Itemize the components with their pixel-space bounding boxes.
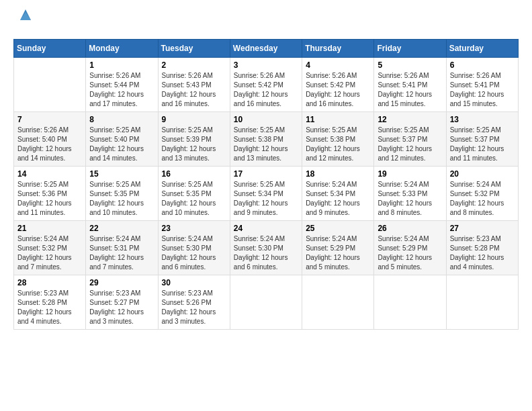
day-number: 30 [162,278,226,287]
calendar-cell [302,275,374,330]
calendar-cell: 24Sunrise: 5:24 AM Sunset: 5:30 PM Dayli… [230,221,302,275]
calendar-cell: 6Sunrise: 5:26 AM Sunset: 5:41 PM Daylig… [446,58,518,112]
day-info: Sunrise: 5:23 AM Sunset: 5:28 PM Dayligh… [450,234,515,272]
day-number: 23 [162,224,226,233]
calendar-cell: 1Sunrise: 5:26 AM Sunset: 5:44 PM Daylig… [86,58,158,112]
calendar-cell: 3Sunrise: 5:26 AM Sunset: 5:42 PM Daylig… [230,58,302,112]
day-number: 9 [162,115,226,124]
day-info: Sunrise: 5:25 AM Sunset: 5:40 PM Dayligh… [89,126,154,163]
weekday-header-wednesday: Wednesday [230,40,302,58]
day-number: 8 [89,115,154,124]
day-number: 1 [89,60,154,70]
day-info: Sunrise: 5:24 AM Sunset: 5:29 PM Dayligh… [306,234,370,272]
day-info: Sunrise: 5:26 AM Sunset: 5:43 PM Dayligh… [162,71,226,109]
day-info: Sunrise: 5:25 AM Sunset: 5:38 PM Dayligh… [306,126,370,163]
day-number: 19 [378,169,442,179]
day-info: Sunrise: 5:25 AM Sunset: 5:37 PM Dayligh… [450,126,515,163]
day-number: 13 [450,115,515,124]
calendar-week-row: 28Sunrise: 5:23 AM Sunset: 5:28 PM Dayli… [14,275,519,330]
day-number: 18 [306,169,370,179]
logo [13,13,34,28]
day-number: 16 [162,169,226,179]
day-info: Sunrise: 5:24 AM Sunset: 5:30 PM Dayligh… [234,234,298,272]
weekday-header-monday: Monday [86,40,158,58]
calendar-cell: 5Sunrise: 5:26 AM Sunset: 5:41 PM Daylig… [374,58,446,112]
day-number: 26 [378,224,442,233]
calendar-week-row: 1Sunrise: 5:26 AM Sunset: 5:44 PM Daylig… [14,58,519,112]
day-number: 29 [89,278,154,287]
day-number: 12 [378,115,442,124]
day-info: Sunrise: 5:24 AM Sunset: 5:29 PM Dayligh… [378,234,442,272]
day-info: Sunrise: 5:23 AM Sunset: 5:27 PM Dayligh… [89,289,154,326]
day-info: Sunrise: 5:25 AM Sunset: 5:36 PM Dayligh… [17,180,82,218]
calendar-week-row: 7Sunrise: 5:26 AM Sunset: 5:40 PM Daylig… [14,112,519,167]
calendar-cell: 26Sunrise: 5:24 AM Sunset: 5:29 PM Dayli… [374,221,446,275]
day-number: 17 [234,169,298,179]
calendar-week-row: 21Sunrise: 5:24 AM Sunset: 5:32 PM Dayli… [14,221,519,275]
day-info: Sunrise: 5:25 AM Sunset: 5:35 PM Dayligh… [89,180,154,218]
day-info: Sunrise: 5:24 AM Sunset: 5:33 PM Dayligh… [378,180,442,218]
day-number: 10 [234,115,298,124]
calendar-cell: 13Sunrise: 5:25 AM Sunset: 5:37 PM Dayli… [446,112,518,167]
day-info: Sunrise: 5:26 AM Sunset: 5:41 PM Dayligh… [450,71,515,109]
day-info: Sunrise: 5:26 AM Sunset: 5:41 PM Dayligh… [378,71,442,109]
day-number: 4 [306,60,370,70]
day-info: Sunrise: 5:26 AM Sunset: 5:42 PM Dayligh… [306,71,370,109]
calendar-cell: 8Sunrise: 5:25 AM Sunset: 5:40 PM Daylig… [86,112,158,167]
day-info: Sunrise: 5:25 AM Sunset: 5:35 PM Dayligh… [162,180,226,218]
day-number: 15 [89,169,154,179]
calendar-cell: 21Sunrise: 5:24 AM Sunset: 5:32 PM Dayli… [14,221,86,275]
calendar-cell: 14Sunrise: 5:25 AM Sunset: 5:36 PM Dayli… [14,167,86,221]
calendar-cell: 28Sunrise: 5:23 AM Sunset: 5:28 PM Dayli… [14,275,86,330]
calendar-cell [14,58,86,112]
calendar-cell [230,275,302,330]
day-info: Sunrise: 5:25 AM Sunset: 5:38 PM Dayligh… [234,126,298,163]
calendar-cell: 29Sunrise: 5:23 AM Sunset: 5:27 PM Dayli… [86,275,158,330]
day-number: 20 [450,169,515,179]
calendar-cell: 19Sunrise: 5:24 AM Sunset: 5:33 PM Dayli… [374,167,446,221]
calendar-cell: 15Sunrise: 5:25 AM Sunset: 5:35 PM Dayli… [86,167,158,221]
calendar-cell: 12Sunrise: 5:25 AM Sunset: 5:37 PM Dayli… [374,112,446,167]
day-info: Sunrise: 5:24 AM Sunset: 5:31 PM Dayligh… [89,234,154,272]
svg-marker-1 [20,12,31,20]
weekday-header-sunday: Sunday [14,40,86,58]
weekday-header-tuesday: Tuesday [158,40,230,58]
calendar-cell: 25Sunrise: 5:24 AM Sunset: 5:29 PM Dayli… [302,221,374,275]
calendar-cell: 18Sunrise: 5:24 AM Sunset: 5:34 PM Dayli… [302,167,374,221]
day-number: 28 [17,278,82,287]
day-number: 25 [306,224,370,233]
day-info: Sunrise: 5:25 AM Sunset: 5:39 PM Dayligh… [162,126,226,163]
weekday-header-friday: Friday [374,40,446,58]
day-info: Sunrise: 5:23 AM Sunset: 5:26 PM Dayligh… [162,289,226,326]
calendar-cell [446,275,518,330]
day-number: 2 [162,60,226,70]
calendar-header-row: SundayMondayTuesdayWednesdayThursdayFrid… [14,40,519,58]
day-number: 5 [378,60,442,70]
calendar-cell: 7Sunrise: 5:26 AM Sunset: 5:40 PM Daylig… [14,112,86,167]
page-header [13,13,519,28]
logo-icon [17,7,34,23]
calendar-cell: 11Sunrise: 5:25 AM Sunset: 5:38 PM Dayli… [302,112,374,167]
day-number: 3 [234,60,298,70]
day-number: 21 [17,224,82,233]
calendar-cell: 20Sunrise: 5:24 AM Sunset: 5:32 PM Dayli… [446,167,518,221]
day-number: 11 [306,115,370,124]
calendar-cell: 17Sunrise: 5:25 AM Sunset: 5:34 PM Dayli… [230,167,302,221]
calendar-cell: 27Sunrise: 5:23 AM Sunset: 5:28 PM Dayli… [446,221,518,275]
calendar-cell: 9Sunrise: 5:25 AM Sunset: 5:39 PM Daylig… [158,112,230,167]
day-number: 22 [89,224,154,233]
day-number: 6 [450,60,515,70]
day-info: Sunrise: 5:25 AM Sunset: 5:37 PM Dayligh… [378,126,442,163]
calendar-cell [374,275,446,330]
calendar-cell: 16Sunrise: 5:25 AM Sunset: 5:35 PM Dayli… [158,167,230,221]
calendar-cell: 10Sunrise: 5:25 AM Sunset: 5:38 PM Dayli… [230,112,302,167]
day-number: 27 [450,224,515,233]
day-info: Sunrise: 5:24 AM Sunset: 5:34 PM Dayligh… [306,180,370,218]
calendar-cell: 22Sunrise: 5:24 AM Sunset: 5:31 PM Dayli… [86,221,158,275]
day-info: Sunrise: 5:23 AM Sunset: 5:28 PM Dayligh… [17,289,82,326]
day-info: Sunrise: 5:26 AM Sunset: 5:40 PM Dayligh… [17,126,82,163]
day-info: Sunrise: 5:26 AM Sunset: 5:42 PM Dayligh… [234,71,298,109]
weekday-header-thursday: Thursday [302,40,374,58]
calendar-cell: 23Sunrise: 5:24 AM Sunset: 5:30 PM Dayli… [158,221,230,275]
weekday-header-saturday: Saturday [446,40,518,58]
